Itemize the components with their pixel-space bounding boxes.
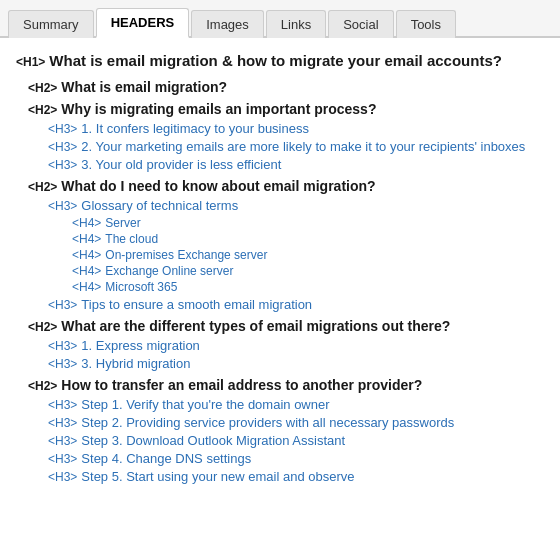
headers-content: <H1>What is email migration & how to mig… bbox=[0, 38, 560, 499]
h3-item-3: <H3>Glossary of technical terms bbox=[48, 198, 544, 213]
h4-item-1: <H4>The cloud bbox=[72, 232, 544, 246]
tab-tools[interactable]: Tools bbox=[396, 10, 456, 38]
h3-tag-9: <H3> bbox=[48, 434, 77, 448]
h4-text-2: On-premises Exchange server bbox=[105, 248, 267, 262]
h3-text-8: Step 2. Providing service providers with… bbox=[81, 415, 454, 430]
h2-text-4: How to transfer an email address to anot… bbox=[61, 377, 422, 393]
h1-tag: <H1> bbox=[16, 55, 45, 69]
h2-tag-0: <H2> bbox=[28, 81, 57, 95]
tab-summary[interactable]: Summary bbox=[8, 10, 94, 38]
h3-text-5: 1. Express migration bbox=[81, 338, 200, 353]
tab-images[interactable]: Images bbox=[191, 10, 264, 38]
h4-item-2: <H4>On-premises Exchange server bbox=[72, 248, 544, 262]
h4-text-0: Server bbox=[105, 216, 140, 230]
h3-tag-11: <H3> bbox=[48, 470, 77, 484]
h3-tag-6: <H3> bbox=[48, 357, 77, 371]
h3-item-5: <H3>1. Express migration bbox=[48, 338, 544, 353]
h2-tag-3: <H2> bbox=[28, 320, 57, 334]
h2-header-3: <H2>What are the different types of emai… bbox=[28, 318, 544, 334]
h4-text-1: The cloud bbox=[105, 232, 158, 246]
h2-text-1: Why is migrating emails an important pro… bbox=[61, 101, 376, 117]
h3-tag-2: <H3> bbox=[48, 158, 77, 172]
h4-tag-0: <H4> bbox=[72, 216, 101, 230]
h3-item-11: <H3>Step 5. Start using your new email a… bbox=[48, 469, 544, 484]
h4-tag-4: <H4> bbox=[72, 280, 101, 294]
h3-text-7: Step 1. Verify that you're the domain ow… bbox=[81, 397, 329, 412]
h2-text-0: What is email migration? bbox=[61, 79, 227, 95]
h3-tag-10: <H3> bbox=[48, 452, 77, 466]
h4-tag-2: <H4> bbox=[72, 248, 101, 262]
h3-text-3: Glossary of technical terms bbox=[81, 198, 238, 213]
h2-text-2: What do I need to know about email migra… bbox=[61, 178, 375, 194]
h3-item-1: <H3>2. Your marketing emails are more li… bbox=[48, 139, 544, 154]
h4-item-4: <H4>Microsoft 365 bbox=[72, 280, 544, 294]
h3-item-4: <H3>Tips to ensure a smooth email migrat… bbox=[48, 297, 544, 312]
h3-item-10: <H3>Step 4. Change DNS settings bbox=[48, 451, 544, 466]
h4-item-0: <H4>Server bbox=[72, 216, 544, 230]
h2-text-3: What are the different types of email mi… bbox=[61, 318, 450, 334]
h3-text-4: Tips to ensure a smooth email migration bbox=[81, 297, 312, 312]
tab-headers[interactable]: HEADERS bbox=[96, 8, 190, 38]
tab-links[interactable]: Links bbox=[266, 10, 326, 38]
h1-text: What is email migration & how to migrate… bbox=[49, 52, 502, 69]
h2-header-2: <H2>What do I need to know about email m… bbox=[28, 178, 544, 194]
h3-item-6: <H3>3. Hybrid migration bbox=[48, 356, 544, 371]
h3-text-0: 1. It confers legitimacy to your busines… bbox=[81, 121, 309, 136]
h4-tag-3: <H4> bbox=[72, 264, 101, 278]
h4-text-4: Microsoft 365 bbox=[105, 280, 177, 294]
h3-text-1: 2. Your marketing emails are more likely… bbox=[81, 139, 525, 154]
h2-header-4: <H2>How to transfer an email address to … bbox=[28, 377, 544, 393]
h2-tag-2: <H2> bbox=[28, 180, 57, 194]
h2-header-0: <H2>What is email migration? bbox=[28, 79, 544, 95]
h2-header-1: <H2>Why is migrating emails an important… bbox=[28, 101, 544, 117]
h3-item-7: <H3>Step 1. Verify that you're the domai… bbox=[48, 397, 544, 412]
h2-tag-1: <H2> bbox=[28, 103, 57, 117]
h3-tag-5: <H3> bbox=[48, 339, 77, 353]
h3-text-10: Step 4. Change DNS settings bbox=[81, 451, 251, 466]
h3-tag-1: <H3> bbox=[48, 140, 77, 154]
h3-text-9: Step 3. Download Outlook Migration Assis… bbox=[81, 433, 345, 448]
h3-text-6: 3. Hybrid migration bbox=[81, 356, 190, 371]
h3-item-8: <H3>Step 2. Providing service providers … bbox=[48, 415, 544, 430]
h3-tag-4: <H3> bbox=[48, 298, 77, 312]
h3-item-0: <H3>1. It confers legitimacy to your bus… bbox=[48, 121, 544, 136]
h2-tag-4: <H2> bbox=[28, 379, 57, 393]
h1-header: <H1>What is email migration & how to mig… bbox=[16, 50, 544, 71]
tab-social[interactable]: Social bbox=[328, 10, 393, 38]
h3-tag-7: <H3> bbox=[48, 398, 77, 412]
h4-tag-1: <H4> bbox=[72, 232, 101, 246]
h4-item-3: <H4>Exchange Online server bbox=[72, 264, 544, 278]
h4-text-3: Exchange Online server bbox=[105, 264, 233, 278]
h3-tag-8: <H3> bbox=[48, 416, 77, 430]
h3-item-9: <H3>Step 3. Download Outlook Migration A… bbox=[48, 433, 544, 448]
h3-text-2: 3. Your old provider is less efficient bbox=[81, 157, 281, 172]
h3-tag-0: <H3> bbox=[48, 122, 77, 136]
h3-item-2: <H3>3. Your old provider is less efficie… bbox=[48, 157, 544, 172]
h3-tag-3: <H3> bbox=[48, 199, 77, 213]
tab-bar: Summary HEADERS Images Links Social Tool… bbox=[0, 0, 560, 38]
h3-text-11: Step 5. Start using your new email and o… bbox=[81, 469, 354, 484]
